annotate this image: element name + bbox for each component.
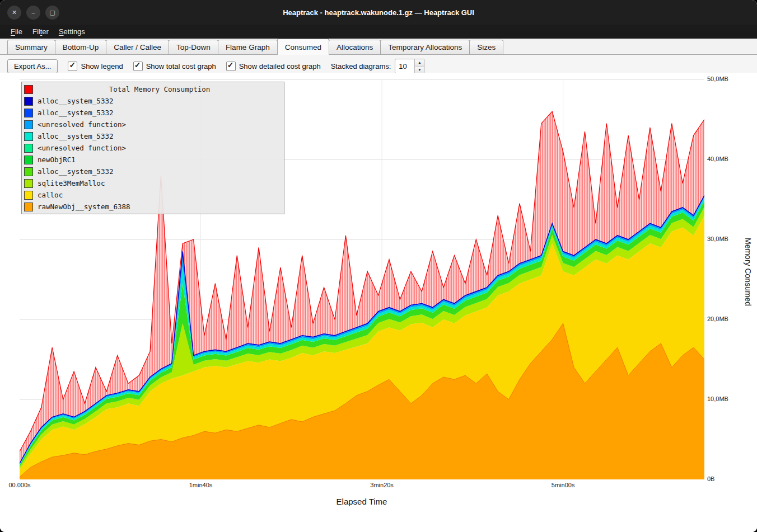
legend-item: rawNewObj__system_6388: [22, 201, 284, 213]
stacked-diagrams-group: Stacked diagrams: 10 ▲ ▼: [331, 59, 425, 73]
legend-item: sqlite3MemMalloc: [22, 177, 284, 189]
x-tick-label: 1min40s: [189, 482, 213, 488]
tab-summary[interactable]: Summary: [7, 40, 55, 54]
close-button[interactable]: ✕: [7, 6, 21, 20]
stacked-diagrams-spinbox[interactable]: 10 ▲ ▼: [395, 59, 424, 73]
legend-item: calloc: [22, 189, 284, 201]
legend-item-label: rawNewObj__system_6388: [38, 203, 130, 211]
y-tick-label: 20,0MB: [707, 316, 728, 322]
legend-swatch: [24, 132, 33, 141]
menu-bar: FileFilterSettings: [0, 25, 757, 39]
checkbox-show-total-cost-graph[interactable]: Show total cost graph: [133, 62, 216, 71]
x-axis-title: Elapsed Time: [337, 497, 387, 506]
legend-item-label: <unresolved function>: [38, 120, 126, 129]
spin-down-button[interactable]: ▼: [415, 66, 424, 73]
y-tick-label: 30,0MB: [707, 236, 728, 242]
y-tick-label: 40,0MB: [707, 156, 728, 162]
legend-swatch: [24, 203, 33, 211]
checkbox-box[interactable]: [133, 62, 143, 71]
legend-swatch: [24, 179, 33, 188]
legend-swatch: [24, 109, 33, 117]
spinbox-value[interactable]: 10: [395, 59, 414, 73]
menu-settings[interactable]: Settings: [54, 26, 90, 37]
y-tick-label: 0B: [707, 475, 714, 482]
y-tick-label: 10,0MB: [707, 396, 728, 402]
legend-item: alloc__system_5332: [22, 95, 284, 107]
checkbox-box[interactable]: [226, 62, 236, 71]
stacked-diagrams-label: Stacked diagrams:: [331, 62, 391, 70]
legend-item-label: calloc: [38, 191, 63, 199]
tab-bar: SummaryBottom-UpCaller / CalleeTop-DownF…: [0, 39, 757, 55]
legend-title-row: Total Memory Consumption: [22, 83, 284, 95]
legend-swatch: [24, 191, 33, 200]
legend-item: alloc__system_5332: [22, 107, 284, 119]
y-axis-title: Memory Consumed: [744, 238, 753, 306]
legend-item: newObjRC1: [22, 154, 284, 166]
legend-item: alloc__system_5332: [22, 130, 284, 142]
chart-area: Total Memory Consumptionalloc__system_53…: [0, 73, 757, 532]
legend-item: <unresolved function>: [22, 142, 284, 154]
tab-top-down[interactable]: Top-Down: [169, 40, 218, 54]
checkbox-label: Show legend: [81, 62, 123, 70]
x-tick-label: 5min00s: [552, 482, 575, 488]
legend-swatch: [24, 85, 33, 94]
spin-up-button[interactable]: ▲: [415, 59, 424, 66]
tab-sizes[interactable]: Sizes: [469, 40, 503, 54]
x-tick-label: 00.000s: [8, 482, 30, 488]
title-bar: ✕–▢ Heaptrack - heaptrack.wakunode.1.gz …: [0, 0, 757, 25]
tab-flame-graph[interactable]: Flame Graph: [218, 40, 278, 54]
window-controls: ✕–▢: [0, 6, 59, 20]
legend-item: <unresolved function>: [22, 119, 284, 130]
checkbox-label: Show total cost graph: [146, 62, 216, 70]
legend-item-label: alloc__system_5332: [38, 167, 113, 176]
chart-legend: Total Memory Consumptionalloc__system_53…: [21, 82, 284, 214]
toolbar-checkboxes: Show legendShow total cost graphShow det…: [68, 62, 320, 71]
legend-swatch: [24, 156, 33, 164]
legend-item-label: <unresolved function>: [38, 144, 126, 152]
legend-swatch: [24, 120, 33, 129]
checkbox-show-legend[interactable]: Show legend: [68, 62, 123, 71]
legend-swatch: [24, 167, 33, 176]
menu-file[interactable]: File: [6, 26, 27, 37]
minimize-button[interactable]: –: [26, 6, 40, 20]
legend-swatch: [24, 144, 33, 153]
legend-item-label: newObjRC1: [38, 156, 76, 164]
legend-item-label: alloc__system_5332: [38, 109, 113, 117]
x-tick-label: 3min20s: [370, 482, 394, 488]
window-title: Heaptrack - heaptrack.wakunode.1.gz — He…: [0, 8, 757, 17]
export-as-button[interactable]: Export As...: [7, 59, 58, 73]
checkbox-label: Show detailed cost graph: [239, 62, 321, 70]
tab-consumed[interactable]: Consumed: [277, 39, 329, 54]
tab-allocations[interactable]: Allocations: [329, 40, 381, 54]
checkbox-box[interactable]: [68, 62, 77, 71]
heaptrack-window: ✕–▢ Heaptrack - heaptrack.wakunode.1.gz …: [0, 0, 757, 532]
tab-caller-callee[interactable]: Caller / Callee: [106, 40, 169, 54]
legend-item-label: sqlite3MemMalloc: [38, 179, 105, 187]
legend-item-label: alloc__system_5332: [38, 132, 113, 140]
legend-title: Total Memory Consumption: [38, 85, 282, 93]
legend-item-label: alloc__system_5332: [38, 97, 113, 105]
maximize-button[interactable]: ▢: [45, 6, 59, 20]
tab-temporary-allocations[interactable]: Temporary Allocations: [380, 40, 470, 54]
legend-swatch: [24, 97, 33, 106]
spinbox-buttons: ▲ ▼: [414, 59, 424, 73]
legend-item: alloc__system_5332: [22, 166, 284, 177]
menu-filter[interactable]: Filter: [27, 26, 54, 37]
checkbox-show-detailed-cost-graph[interactable]: Show detailed cost graph: [226, 62, 321, 71]
tab-bottom-up[interactable]: Bottom-Up: [55, 40, 107, 54]
y-tick-label: 50,0MB: [707, 76, 728, 82]
